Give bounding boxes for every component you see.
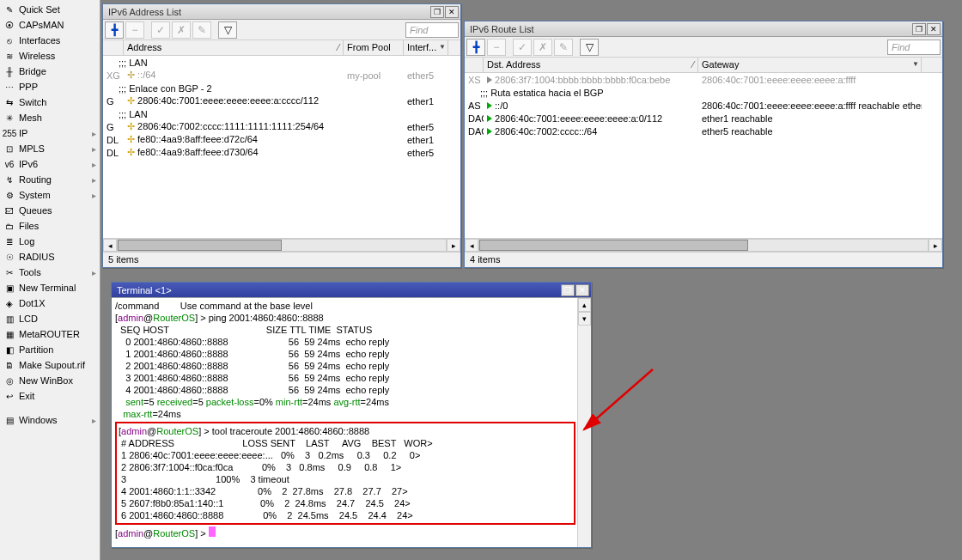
titlebar[interactable]: Terminal <1> ❐ ✕ [112, 283, 591, 298]
h-scrollbar[interactable]: ◂▸ [103, 238, 460, 252]
sidebar-item-metarouter[interactable]: ▦MetaROUTER [0, 326, 100, 342]
sidebar-item-log[interactable]: ≣Log [0, 234, 100, 249]
col-interface[interactable]: Interf...▼ [404, 40, 448, 55]
iface-cell: ether1 [404, 135, 448, 145]
terminal-body[interactable]: /command Use command at the base level[a… [112, 298, 591, 547]
address-row[interactable]: DL✢ fe80::4aa9:8aff:feee:d730/64ether5 [103, 146, 460, 159]
sidebar-item-routing[interactable]: ↯Routing [0, 172, 100, 187]
route-grid: Dst. Address∕ Gateway▼ XS 2806:3f7:1004:… [465, 58, 942, 238]
remove-button[interactable]: − [487, 39, 506, 56]
menu-icon: ✎ [3, 3, 15, 15]
sidebar-item-exit[interactable]: ↩Exit [0, 388, 100, 404]
sidebar-item-label: PPP [19, 82, 38, 92]
sidebar-item-windows[interactable]: ▤ Windows [0, 412, 100, 428]
sidebar-item-new-terminal[interactable]: ▣New Terminal [0, 280, 100, 295]
address-cell: ✢ 2806:40c:7002:cccc:1111:1111:1111:254/… [124, 121, 344, 132]
restore-button[interactable]: ❐ [912, 23, 926, 35]
route-row[interactable]: DAC 2806:40c:7002:cccc::/64ether5 reacha… [465, 125, 942, 137]
menu-icon: ✂ [3, 266, 15, 278]
sidebar-item-dot1x[interactable]: ◈Dot1X [0, 295, 100, 311]
grid-header[interactable]: Dst. Address∕ Gateway▼ [465, 58, 942, 73]
route-row[interactable]: XS 2806:3f7:1004:bbbb:bbbb:bbbb:f0ca:beb… [465, 73, 942, 86]
cursor [209, 527, 216, 537]
grid-header[interactable]: Address∕ From Pool Interf...▼ [103, 40, 460, 56]
comment-button[interactable]: ✎ [554, 39, 573, 56]
dst-cell: 2806:40c:7002:cccc::/64 [484, 126, 698, 137]
menu-icon: ⇆ [3, 96, 15, 108]
gw-cell: 2806:40c:7001:eeee:eeee:eeee:a:ffff [698, 75, 922, 85]
restore-button[interactable]: ❐ [561, 284, 575, 296]
address-row[interactable]: G✢ 2806:40c:7002:cccc:1111:1111:1111:254… [103, 120, 460, 133]
sidebar-item-lcd[interactable]: ▥LCD [0, 311, 100, 326]
close-button[interactable]: ✕ [927, 23, 941, 35]
sidebar-item-wireless[interactable]: ≋Wireless [0, 48, 100, 64]
sidebar-item-label: IPv6 [19, 159, 38, 169]
sidebar-item-label: Routing [19, 174, 52, 185]
find-input[interactable]: Find [405, 22, 459, 38]
sidebar-item-quick-set[interactable]: ✎Quick Set [0, 2, 100, 17]
sidebar-item-switch[interactable]: ⇆Switch [0, 94, 100, 110]
close-button[interactable]: ✕ [445, 6, 459, 18]
terminal-prompt[interactable]: [admin@RouterOS] > [115, 527, 575, 539]
sidebar-item-tools[interactable]: ✂Tools [0, 265, 100, 280]
sidebar-item-ip[interactable]: 255IP [0, 125, 100, 141]
h-scrollbar[interactable]: ◂▸ [465, 238, 942, 252]
sidebar-item-ipv6[interactable]: v6IPv6 [0, 156, 100, 172]
address-row[interactable]: G✢ 2806:40c:7001:eeee:eeee:eeee:a:cccc/1… [103, 94, 460, 107]
filter-button[interactable]: ▽ [218, 21, 237, 39]
comment-button[interactable]: ✎ [192, 21, 211, 39]
col-pool[interactable]: From Pool [344, 40, 404, 55]
restore-button[interactable]: ❐ [430, 6, 444, 18]
menu-icon: ▥ [3, 313, 15, 325]
sidebar-item-capsman[interactable]: ⦿CAPsMAN [0, 17, 100, 33]
add-button[interactable]: ╋ [105, 21, 124, 39]
terminal-window: Terminal <1> ❐ ✕ /command Use command at… [111, 282, 592, 548]
sidebar-item-bridge[interactable]: ╫Bridge [0, 64, 100, 79]
enable-button[interactable]: ✓ [151, 21, 170, 39]
sidebar-item-label: New WinBox [19, 375, 73, 386]
address-row[interactable]: XG✢ ::/64my-poolether5 [103, 69, 460, 82]
flag-cell: DL [103, 148, 124, 158]
enable-button[interactable]: ✓ [513, 39, 532, 56]
sidebar-item-ppp[interactable]: ⋯PPP [0, 79, 100, 94]
filter-button[interactable]: ▽ [580, 39, 599, 56]
gw-cell: ether1 reachable [698, 113, 922, 124]
sidebar-item-partition[interactable]: ◧Partition [0, 342, 100, 357]
remove-button[interactable]: − [125, 21, 144, 39]
sidebar-item-interfaces[interactable]: ⎋Interfaces [0, 33, 100, 48]
ipv6-route-window: IPv6 Route List ❐ ✕ ╋ − ✓ ✗ ✎ ▽ Find Dst… [464, 21, 943, 268]
sidebar-item-new-winbox[interactable]: ◎New WinBox [0, 373, 100, 388]
sidebar-item-queues[interactable]: 🗠Queues [0, 203, 100, 218]
address-cell: ✢ fe80::4aa9:8aff:feee:d72c/64 [124, 134, 344, 145]
col-flag[interactable] [103, 40, 124, 55]
sidebar-item-radius[interactable]: ☉RADIUS [0, 249, 100, 265]
sidebar-item-mpls[interactable]: ⊡MPLS [0, 141, 100, 156]
terminal-line: 1 2001:4860:4860::8888 56 59 24ms echo r… [115, 348, 575, 360]
sidebar-item-make-supout-rif[interactable]: 🗎Make Supout.rif [0, 357, 100, 373]
sidebar-item-files[interactable]: 🗀Files [0, 218, 100, 234]
find-input[interactable]: Find [887, 40, 941, 55]
sidebar-item-label: Log [19, 236, 34, 247]
titlebar[interactable]: IPv6 Address List ❐ ✕ [103, 4, 460, 20]
menu-icon: ⎋ [3, 34, 15, 46]
col-dst[interactable]: Dst. Address∕ [484, 58, 698, 72]
disable-button[interactable]: ✗ [172, 21, 191, 39]
sidebar-item-label: CAPsMAN [19, 20, 64, 30]
add-button[interactable]: ╋ [466, 39, 485, 56]
iface-cell: ether5 [404, 148, 448, 158]
titlebar[interactable]: IPv6 Route List ❐ ✕ [465, 21, 942, 37]
route-row[interactable]: DAC 2806:40c:7001:eeee:eeee:eeee:a:0/112… [465, 112, 942, 125]
route-row[interactable]: AS ::/02806:40c:7001:eeee:eeee:eeee:a:ff… [465, 99, 942, 112]
iface-cell: ether1 [404, 96, 448, 107]
flag-cell: G [103, 96, 124, 107]
disable-button[interactable]: ✗ [533, 39, 552, 56]
close-button[interactable]: ✕ [575, 284, 589, 296]
sidebar-item-mesh[interactable]: ✳Mesh [0, 110, 100, 125]
col-gateway[interactable]: Gateway▼ [698, 58, 922, 72]
ipv6-address-window: IPv6 Address List ❐ ✕ ╋ − ✓ ✗ ✎ ▽ Find A… [102, 3, 461, 268]
sidebar-item-label: Dot1X [19, 298, 46, 308]
address-row[interactable]: DL✢ fe80::4aa9:8aff:feee:d72c/64ether1 [103, 133, 460, 146]
sidebar-item-system[interactable]: ⚙System [0, 187, 100, 203]
col-flag[interactable] [465, 58, 484, 72]
col-address[interactable]: Address∕ [124, 40, 344, 55]
